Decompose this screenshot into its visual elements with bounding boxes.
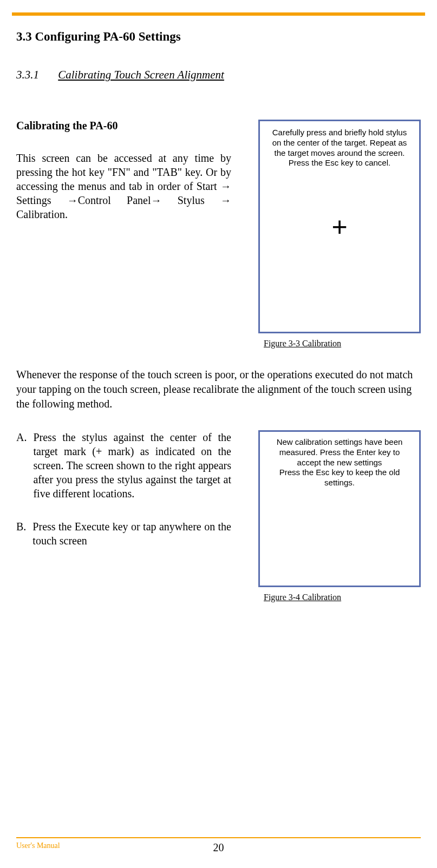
fig1-line2: on the center of the target. Repeat as: [266, 138, 413, 148]
block-2-text-col: A. Press the stylus against the center o…: [16, 430, 231, 602]
page-footer: User's Manual 20: [16, 837, 421, 850]
fig1-line4: Press the Esc key to cancel.: [266, 158, 413, 168]
figure-3-3-caption: Figure 3-3 Calibration: [258, 339, 421, 348]
figure-3-4-screenshot: New calibration settings have been measu…: [258, 430, 421, 587]
list-marker-b: B.: [16, 520, 26, 548]
subsection-number: 3.3.1: [16, 68, 39, 82]
subheading-calibrating: Calibrating the PA-60: [16, 120, 231, 132]
header-orange-bar: [12, 12, 425, 16]
block-1-text-col: Calibrating the PA-60 This screen can be…: [16, 120, 231, 348]
list-item-a: A. Press the stylus against the center o…: [16, 430, 231, 501]
fig2-line2: measured. Press the Enter key to: [265, 448, 414, 458]
figure-3-3-screenshot: Carefully press and briefly hold stylus …: [258, 120, 421, 333]
fig2-line4: Press the Esc key to keep the old settin…: [265, 468, 414, 488]
figure-3-4-caption: Figure 3-4 Calibration: [258, 593, 421, 602]
para-whenever-response: Whenever the response of the touch scree…: [16, 367, 421, 411]
block-2-figure-col: New calibration settings have been measu…: [258, 430, 421, 602]
block-1-figure-col: Carefully press and briefly hold stylus …: [258, 120, 421, 348]
fig1-line1: Carefully press and briefly hold stylus: [266, 128, 413, 138]
para-access-screen: This screen can be accessed at any time …: [16, 151, 231, 221]
page-number: 20: [213, 841, 224, 854]
figure-3-4-text: New calibration settings have been measu…: [263, 437, 416, 488]
fig2-line1: New calibration settings have been: [265, 437, 414, 448]
list-text-a: Press the stylus against the center of t…: [33, 430, 231, 501]
subsection-title: Calibrating Touch Screen Alignment: [58, 68, 224, 81]
block-2: A. Press the stylus against the center o…: [16, 430, 421, 602]
footer-orange-line: [16, 837, 421, 838]
list-text-b: Press the Execute key or tap anywhere on…: [32, 520, 231, 548]
footer-label: User's Manual: [16, 841, 60, 850]
fig2-line3: accept the new settings: [265, 458, 414, 468]
list-marker-a: A.: [16, 430, 27, 501]
list-item-b: B. Press the Execute key or tap anywhere…: [16, 520, 231, 548]
figure-3-3-text: Carefully press and briefly hold stylus …: [264, 128, 415, 168]
page-content: 3.3 Configuring PA-60 Settings 3.3.1 Cal…: [0, 0, 437, 602]
calibration-target-icon: +: [331, 211, 347, 242]
footer-row: User's Manual 20: [16, 841, 421, 850]
section-heading: 3.3 Configuring PA-60 Settings: [16, 30, 421, 44]
fig1-line3: the target moves around the screen.: [266, 148, 413, 159]
block-1: Calibrating the PA-60 This screen can be…: [16, 120, 421, 348]
subsection-heading: 3.3.1 Calibrating Touch Screen Alignment: [16, 68, 421, 82]
